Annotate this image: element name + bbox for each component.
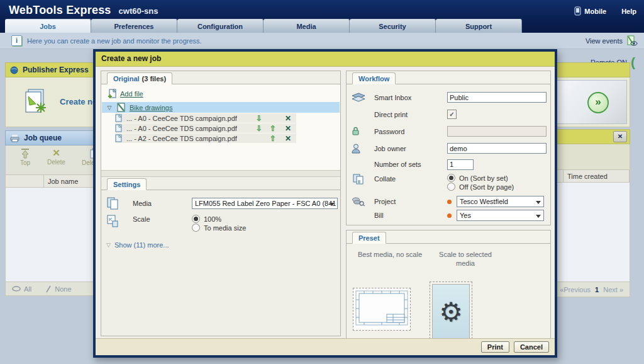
direct-print-checkbox[interactable]: ✓ xyxy=(447,110,457,119)
preset-option2-label: Scale to selected media xyxy=(438,250,492,268)
smart-inbox-input[interactable] xyxy=(447,92,547,103)
original-content: Add file ▽ Bike drawings ... - A0 - Ce xyxy=(101,84,340,170)
help-link[interactable]: Help xyxy=(621,8,636,15)
app-header: WebTools Express cwt60-sns Mobile Help J… xyxy=(0,0,644,33)
file-page-icon xyxy=(115,134,126,142)
job-owner-label: Job owner xyxy=(374,145,447,152)
collate-off-radio[interactable] xyxy=(447,183,455,191)
show-more-expander-icon: ▽ xyxy=(106,242,111,248)
svg-text:K: K xyxy=(109,217,113,222)
add-file-link[interactable]: Add file xyxy=(108,89,340,98)
document-set-icon xyxy=(117,103,130,112)
preset-best-media-thumbnail[interactable] xyxy=(353,288,411,331)
tab-jobs[interactable]: Jobs xyxy=(5,19,91,33)
move-up-icon[interactable]: ⇧ xyxy=(266,124,280,133)
files-count: (3 files) xyxy=(142,75,167,82)
remove-file-icon[interactable]: ✕ xyxy=(280,134,296,143)
expander-icon[interactable]: ▽ xyxy=(102,105,117,111)
project-label: Project xyxy=(374,198,447,205)
next-page-link[interactable]: Next » xyxy=(603,286,623,293)
preset-scale-to-media-thumbnail[interactable]: ⚙ xyxy=(430,282,472,342)
printer-icon xyxy=(10,134,19,142)
previous-page-link[interactable]: «Previous xyxy=(560,286,591,293)
required-dot-icon xyxy=(447,213,452,218)
remove-file-icon[interactable]: ✕ xyxy=(280,114,296,123)
create-job-dialog: Create a new job Original (3 files) Add … xyxy=(93,49,557,358)
scale-icon: K xyxy=(106,214,133,228)
select-none-link[interactable]: None xyxy=(45,285,71,293)
preset-card: Preset Best media, no scale Scale to sel… xyxy=(346,230,551,343)
publisher-express-title: Publisher Express xyxy=(23,65,89,74)
original-settings-pane: Original (3 files) Add file ▽ xyxy=(101,71,341,336)
move-down-icon[interactable]: ⇩ xyxy=(252,124,266,133)
move-up-icon[interactable]: ⇧ xyxy=(266,134,280,143)
mobile-label: Mobile xyxy=(584,8,606,15)
workflow-tab[interactable]: Workflow xyxy=(352,72,396,84)
settings-tabstrip: Settings xyxy=(101,177,340,190)
original-tabstrip: Original (3 files) xyxy=(101,71,340,84)
select-all-icon xyxy=(12,286,21,292)
collate-on-radio[interactable] xyxy=(447,174,455,182)
info-icon: i xyxy=(11,35,22,46)
collate-icon xyxy=(352,173,374,186)
lock-icon xyxy=(352,127,374,136)
file-row[interactable]: ... - A2 - CeeCee TDS campaign.pdf ⇧ ✕ xyxy=(115,134,296,143)
folder-link[interactable]: Bike drawings xyxy=(130,104,340,111)
preset-tab[interactable]: Preset xyxy=(352,232,386,244)
top-button[interactable]: Top xyxy=(19,148,31,166)
workflow-preset-pane: Workflow Smart Inbox xyxy=(346,71,551,336)
drawing-frame-image xyxy=(355,290,408,326)
preset-option1-label: Best media, no scale xyxy=(353,250,427,268)
cancel-button[interactable]: Cancel xyxy=(514,341,549,353)
collate-label: Collate xyxy=(374,173,447,183)
show-more-link[interactable]: ▽ Show (11) more... xyxy=(106,241,340,249)
file-row[interactable]: ... - A0 - CeeCee TDS campaign.pdf ⇩ ✕ xyxy=(115,113,296,123)
original-tab[interactable]: Original (3 files) xyxy=(107,72,172,84)
job-owner-input[interactable] xyxy=(447,143,547,154)
tab-preferences[interactable]: Preferences xyxy=(91,19,177,33)
current-page-number[interactable]: 1 xyxy=(595,286,599,293)
globe-icon xyxy=(10,66,18,74)
go-arrow-icon[interactable]: » xyxy=(587,92,609,113)
settings-content: Media LFM055 Red Label Zero Paper - FSC … xyxy=(101,190,340,336)
view-events-icon xyxy=(626,35,638,47)
direct-print-label: Direct print xyxy=(374,111,447,118)
settings-tab[interactable]: Settings xyxy=(107,178,147,190)
tab-media[interactable]: Media xyxy=(264,19,350,33)
scale-options: 100% To media size xyxy=(192,214,333,232)
delete-button[interactable]: ✕ Delete xyxy=(47,148,65,166)
file-row[interactable]: ... - A0 - CeeCee TDS campaign.pdf ⇩ ⇧ ✕ xyxy=(115,123,296,133)
add-file-icon xyxy=(108,89,116,98)
media-select[interactable]: LFM055 Red Label Zero Paper - FSC A0 (84… xyxy=(192,198,338,209)
select-none-icon xyxy=(45,285,52,293)
bill-select[interactable]: Yes xyxy=(457,210,544,221)
dialog-body: Original (3 files) Add file ▽ xyxy=(96,67,555,339)
mobile-link[interactable]: Mobile xyxy=(574,6,606,16)
job-queue-select-column xyxy=(6,175,44,187)
scale-100-radio[interactable] xyxy=(192,215,200,223)
remove-file-icon[interactable]: ✕ xyxy=(280,124,296,133)
password-label: Password xyxy=(374,128,447,135)
close-panel-icon[interactable]: ✕ xyxy=(613,131,627,142)
publisher-express-image: » xyxy=(553,80,627,124)
file-page-icon xyxy=(115,124,126,132)
scale-to-media-radio[interactable] xyxy=(192,224,200,232)
tab-configuration[interactable]: Configuration xyxy=(177,19,264,33)
project-select[interactable]: Tesco Westfield xyxy=(457,196,544,207)
folder-row[interactable]: ▽ Bike drawings xyxy=(102,102,340,113)
tab-support[interactable]: Support xyxy=(436,19,522,33)
password-input[interactable] xyxy=(447,126,547,137)
number-of-sets-label: Number of sets xyxy=(374,161,447,168)
select-all-link[interactable]: All xyxy=(12,285,31,293)
view-events-link[interactable]: View events xyxy=(586,35,638,47)
print-button[interactable]: Print xyxy=(481,341,509,353)
move-down-icon[interactable]: ⇩ xyxy=(252,114,266,123)
time-created-column-header[interactable]: Time created xyxy=(564,170,630,182)
dialog-title: Create a new job xyxy=(96,52,555,67)
job-queue-title: Job queue xyxy=(24,134,62,142)
mobile-phone-icon xyxy=(574,6,581,16)
tab-security[interactable]: Security xyxy=(350,19,436,33)
remote-on-icon: ( xyxy=(631,57,635,68)
info-bar: i Here you can create a new job and moni… xyxy=(0,33,644,49)
number-of-sets-input[interactable] xyxy=(447,159,474,170)
